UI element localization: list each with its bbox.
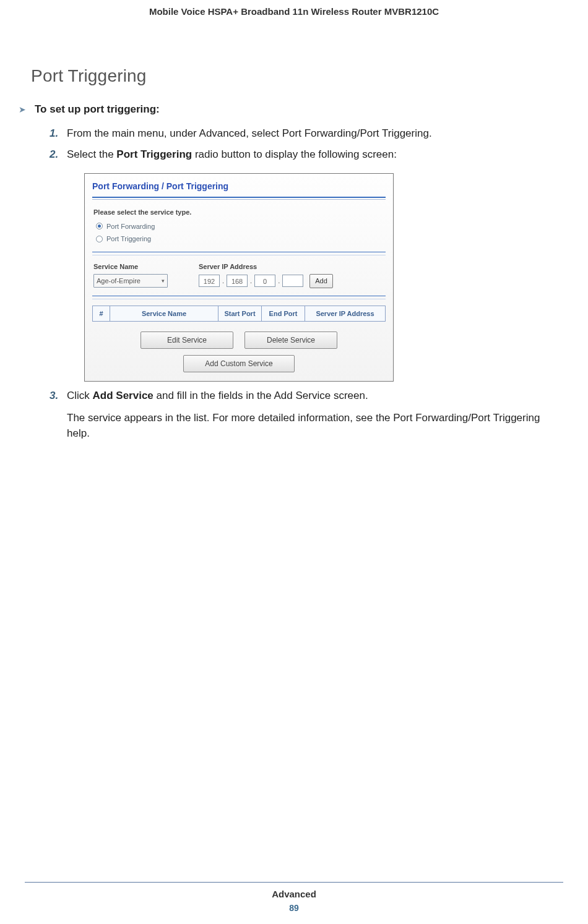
- document-page: Mobile Voice HSPA+ Broadband 11n Wireles…: [0, 0, 588, 924]
- footer-label: Advanced: [25, 889, 563, 899]
- controls-row: Age-of-Empire ▾ 192 . 168 . 0 . Add: [85, 274, 393, 291]
- step-text-prefix: Click: [67, 390, 93, 401]
- edit-service-button[interactable]: Edit Service: [141, 332, 233, 349]
- ip-octet-3[interactable]: 0: [254, 275, 275, 287]
- ip-separator: .: [278, 276, 280, 286]
- divider: [92, 255, 386, 255]
- screenshot-title: Port Forwarding / Port Triggering: [85, 174, 393, 197]
- task-line: ➤ To set up port triggering:: [25, 103, 563, 116]
- radio-row-forwarding[interactable]: Port Forwarding: [85, 221, 393, 234]
- table-header-row: # Service Name Start Port End Port Serve…: [93, 306, 386, 322]
- th-start-port: Start Port: [218, 306, 262, 322]
- add-button[interactable]: Add: [309, 274, 333, 288]
- select-value: Age-of-Empire: [97, 276, 141, 286]
- delete-service-button[interactable]: Delete Service: [244, 332, 337, 349]
- step-text-suffix: radio button to display the following sc…: [192, 148, 397, 160]
- th-hash: #: [93, 306, 110, 322]
- divider: [92, 197, 386, 198]
- step-text-bold: Port Triggering: [116, 148, 192, 160]
- ip-separator: .: [222, 276, 224, 286]
- step-number: 1.: [50, 126, 58, 142]
- th-service-name: Service Name: [110, 306, 218, 322]
- labels-row: Service Name Server IP Address: [85, 262, 393, 275]
- footer-divider: [25, 882, 563, 883]
- radio-label: Port Forwarding: [106, 221, 155, 232]
- radio-icon: [96, 223, 103, 229]
- th-end-port: End Port: [262, 306, 305, 322]
- radio-icon: [96, 236, 103, 242]
- ip-octet-1[interactable]: 192: [199, 275, 220, 287]
- ip-octet-4[interactable]: [282, 275, 303, 287]
- step-followup: The service appears in the list. For mor…: [67, 410, 563, 442]
- embedded-screenshot: Port Forwarding / Port Triggering Please…: [84, 173, 394, 382]
- th-server-ip: Server IP Address: [305, 306, 386, 322]
- services-table: # Service Name Start Port End Port Serve…: [92, 306, 386, 322]
- footer-page-number: 89: [25, 903, 563, 913]
- service-name-select[interactable]: Age-of-Empire ▾: [93, 274, 168, 288]
- step-number: 2.: [50, 147, 58, 163]
- chevron-down-icon: ▾: [162, 277, 165, 286]
- ip-input-group: 192 . 168 . 0 . Add: [199, 274, 333, 288]
- screenshot-prompt: Please select the service type.: [85, 207, 393, 221]
- step-text-bold: Add Service: [93, 390, 153, 401]
- step-3: 3. Click Add Service and fill in the fie…: [50, 388, 563, 442]
- page-footer: Advanced 89: [25, 882, 563, 913]
- divider: [92, 296, 386, 296]
- ip-separator: .: [250, 276, 252, 286]
- header-title: Mobile Voice HSPA+ Broadband 11n Wireles…: [149, 6, 439, 17]
- label-service-name: Service Name: [93, 262, 199, 272]
- divider: [92, 299, 386, 299]
- radio-label: Port Triggering: [106, 234, 151, 244]
- step-text-suffix: and fill in the fields in the Add Servic…: [153, 390, 368, 401]
- step-1: 1. From the main menu, under Advanced, s…: [50, 126, 563, 142]
- step-2: 2. Select the Port Triggering radio butt…: [50, 147, 563, 382]
- divider: [92, 199, 386, 200]
- label-server-ip: Server IP Address: [199, 262, 257, 272]
- step-text: From the main menu, under Advanced, sele…: [67, 127, 432, 139]
- step-number: 3.: [50, 388, 58, 404]
- section-title: Port Triggering: [31, 66, 563, 86]
- radio-row-triggering[interactable]: Port Triggering: [85, 234, 393, 247]
- button-row: Add Custom Service: [85, 351, 393, 381]
- ip-octet-2[interactable]: 168: [227, 275, 248, 287]
- task-arrow-icon: ➤: [19, 105, 26, 114]
- button-row: Edit Service Delete Service: [85, 324, 393, 351]
- page-header: Mobile Voice HSPA+ Broadband 11n Wireles…: [25, 0, 563, 17]
- steps-list: 1. From the main menu, under Advanced, s…: [50, 126, 563, 442]
- task-text: To set up port triggering:: [35, 103, 160, 116]
- divider: [92, 252, 386, 252]
- add-custom-service-button[interactable]: Add Custom Service: [183, 355, 295, 372]
- step-text-prefix: Select the: [67, 148, 116, 160]
